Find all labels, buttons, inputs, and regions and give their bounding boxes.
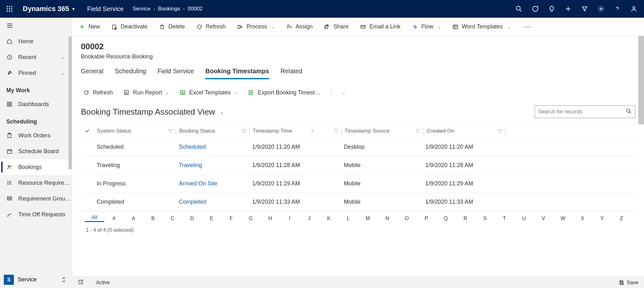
alpha-M[interactable]: M — [358, 216, 378, 221]
alpha-T[interactable]: T — [495, 216, 514, 221]
alpha-X[interactable]: X — [573, 216, 592, 221]
table-row[interactable]: ScheduledScheduled1/9/2020 11:20 AMDeskt… — [81, 138, 635, 156]
task-icon[interactable] — [532, 5, 539, 13]
cmd-wordtemplates[interactable]: Word Templates⌄ — [452, 23, 510, 30]
sidebar-item-bookings[interactable]: Bookings — [0, 159, 72, 175]
cmd-flow[interactable]: Flow⌄ — [412, 23, 441, 30]
filter-icon[interactable]: ▽ — [498, 128, 502, 134]
lightbulb-icon[interactable] — [548, 5, 556, 13]
alpha-I[interactable]: I — [280, 216, 300, 221]
breadcrumb-level-2[interactable]: Bookings — [158, 6, 180, 12]
col-system-status[interactable]: System Status▽ — [94, 128, 176, 134]
cmd-deactivate[interactable]: Deactivate — [111, 23, 148, 30]
filter-icon[interactable]: ▽ — [334, 128, 338, 134]
tab-fieldservice[interactable]: Field Service — [157, 68, 194, 79]
alpha-S[interactable]: S — [475, 216, 495, 221]
sg-cmd-runreport[interactable]: Run Report⌄ — [124, 89, 169, 96]
app-launcher-icon[interactable] — [4, 3, 15, 15]
sidebar-item-resourcereq[interactable]: Resource Require… — [0, 175, 72, 191]
cmd-process[interactable]: Process⌄ — [237, 23, 275, 30]
search-input[interactable] — [538, 109, 626, 115]
alpha-O[interactable]: O — [397, 216, 417, 221]
alpha-H[interactable]: H — [260, 216, 280, 221]
sg-cmd-excel[interactable]: Excel Templates⌄ — [180, 89, 238, 96]
sidebar-item-pinned[interactable]: Pinned ⌄ — [0, 65, 72, 81]
sg-cmd-refresh[interactable]: Refresh — [83, 89, 113, 96]
filter-icon[interactable]: ▽ — [168, 128, 173, 134]
alpha-G[interactable]: G — [241, 216, 260, 221]
sidebar-item-timeoff[interactable]: Time Off Requests — [0, 207, 72, 222]
cmd-delete[interactable]: Delete — [159, 23, 185, 30]
sidebar-item-recent[interactable]: Recent ⌄ — [0, 49, 72, 65]
sidebar-item-reqgroups[interactable]: Requirement Grou… — [0, 191, 72, 207]
col-booking-status[interactable]: Booking Status▽ — [176, 128, 249, 134]
alpha-D[interactable]: D — [182, 216, 202, 221]
filter-icon[interactable]: ▽ — [416, 128, 420, 134]
alpha-All[interactable]: All — [85, 215, 104, 222]
col-timestamp-time[interactable]: Timestamp Time↑▽ — [250, 128, 341, 134]
alpha-F[interactable]: F — [221, 216, 241, 221]
alpha-Y[interactable]: Y — [592, 216, 612, 221]
user-icon[interactable] — [630, 5, 638, 13]
search-icon[interactable] — [515, 5, 523, 13]
alpha-C[interactable]: C — [163, 216, 182, 221]
sidebar-item-dashboards[interactable]: Dashboards — [0, 96, 72, 112]
alpha-N[interactable]: N — [378, 216, 397, 221]
alpha-Q[interactable]: Q — [436, 216, 456, 221]
area-switcher-icon[interactable] — [62, 277, 66, 283]
alpha-E[interactable]: E — [202, 216, 222, 221]
tab-bookingtimestamps[interactable]: Booking Timestamps — [205, 68, 269, 79]
sidebar-scrollbar[interactable] — [69, 37, 72, 169]
cmd-share[interactable]: Share — [324, 23, 349, 30]
col-created-on[interactable]: Created On▽ — [423, 128, 505, 134]
sidebar-toggle[interactable] — [0, 18, 72, 33]
alpha-V[interactable]: V — [534, 216, 553, 221]
tab-related[interactable]: Related — [281, 68, 302, 79]
table-row[interactable]: CompletedCompleted1/9/2020 11:33 AMMobil… — [81, 193, 635, 211]
main-scrollbar[interactable] — [638, 36, 644, 124]
plus-icon[interactable] — [564, 5, 572, 13]
sg-cmd-more[interactable]: ⌄ — [342, 90, 345, 95]
app-name[interactable]: Field Service — [87, 5, 124, 13]
sidebar-item-scheduleboard[interactable]: Schedule Board — [0, 143, 72, 159]
alpha-K[interactable]: K — [319, 216, 338, 221]
alpha-A[interactable]: A — [124, 216, 143, 221]
tab-scheduling[interactable]: Scheduling — [115, 68, 146, 79]
cmd-overflow[interactable]: ⋯ — [524, 23, 531, 31]
help-icon[interactable] — [614, 5, 621, 13]
cmd-emaillink[interactable]: Email a Link — [360, 23, 400, 30]
cmd-assign[interactable]: Assign — [286, 23, 313, 30]
cell-booking-status[interactable]: Scheduled — [176, 144, 249, 150]
cmd-refresh[interactable]: Refresh — [196, 23, 226, 30]
alpha-#[interactable]: # — [104, 216, 124, 221]
alpha-Z[interactable]: Z — [612, 216, 631, 221]
search-icon[interactable] — [626, 108, 632, 115]
alpha-J[interactable]: J — [300, 216, 319, 221]
view-title[interactable]: Booking Timestamp Associated View ⌄ — [81, 107, 224, 117]
alpha-U[interactable]: U — [514, 216, 534, 221]
breadcrumb-level-3[interactable]: 00002 — [188, 6, 203, 12]
cell-booking-status[interactable]: Arrived On Site — [176, 180, 249, 187]
alpha-L[interactable]: L — [338, 216, 358, 221]
alpha-R[interactable]: R — [456, 216, 475, 221]
tab-general[interactable]: General — [81, 68, 103, 79]
select-all-checkbox[interactable] — [81, 129, 94, 134]
brand[interactable]: Dynamics 365 ▾ — [23, 5, 75, 13]
cmd-new[interactable]: New — [79, 23, 100, 30]
gear-icon[interactable] — [597, 5, 605, 13]
alpha-W[interactable]: W — [553, 216, 573, 221]
filter-icon[interactable] — [581, 5, 588, 13]
table-row[interactable]: In ProgressArrived On Site1/9/2020 11:29… — [81, 175, 635, 193]
filter-icon[interactable]: ▽ — [242, 128, 246, 134]
table-row[interactable]: TravelingTraveling1/9/2020 11:28 AMMobil… — [81, 156, 635, 175]
breadcrumb-level-1[interactable]: Service — [132, 6, 150, 12]
footer-status-icon[interactable] — [78, 279, 83, 286]
search-box[interactable] — [535, 105, 635, 118]
cell-booking-status[interactable]: Traveling — [176, 162, 249, 169]
save-button[interactable]: Save — [619, 280, 638, 285]
col-timestamp-source[interactable]: Timestamp Source▽ — [342, 128, 423, 134]
sidebar-item-home[interactable]: Home — [0, 33, 72, 49]
alpha-B[interactable]: B — [143, 216, 163, 221]
cell-booking-status[interactable]: Completed — [176, 199, 249, 205]
sidebar-footer[interactable]: S Service — [0, 271, 72, 288]
